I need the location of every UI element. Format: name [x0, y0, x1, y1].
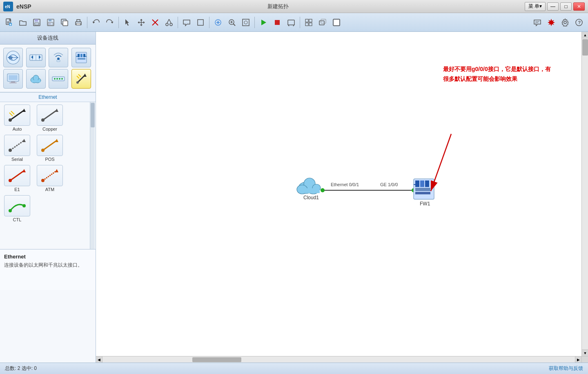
minimize-button[interactable]: —	[547, 2, 559, 11]
annotation-text: 最好不要用g0/0/0接口，它是默认接口，有 很多默认配置可能会影响效果	[443, 65, 539, 84]
sep4	[209, 17, 209, 28]
fw-node[interactable]: FW1	[414, 179, 434, 207]
device-firewall[interactable]	[71, 48, 91, 67]
cable-ctl[interactable]: CTL	[2, 195, 32, 222]
group-button[interactable]	[316, 16, 329, 29]
svg-point-62	[57, 58, 60, 60]
capture-button[interactable]	[285, 16, 298, 29]
zoom-fit-button[interactable]	[239, 16, 252, 29]
svg-marker-92	[55, 139, 58, 142]
cloud-conn-dot	[321, 188, 325, 192]
svg-point-85	[76, 81, 79, 84]
zoom-in-button[interactable]	[225, 16, 238, 29]
svg-rect-63	[57, 60, 60, 62]
cable-atm-label: ATM	[45, 187, 54, 192]
annotation-arrow	[431, 134, 451, 191]
cable-row-4: CTL	[2, 195, 93, 222]
maximize-button[interactable]: □	[560, 2, 572, 11]
new-button[interactable]	[2, 16, 16, 29]
svg-rect-65	[78, 54, 80, 57]
chat-button[interactable]	[531, 16, 544, 29]
sep2	[118, 17, 119, 28]
undo-button[interactable]	[89, 16, 102, 29]
svg-rect-45	[319, 21, 324, 25]
hscroll-right[interactable]: ▶	[575, 356, 581, 363]
menu-button[interactable]: 菜 单▾	[525, 2, 546, 11]
cloud-node[interactable]: Cloud1	[297, 178, 321, 200]
cable-serial[interactable]: Serial	[2, 135, 32, 162]
svg-point-81	[56, 78, 58, 80]
device-hub[interactable]	[49, 69, 68, 89]
window-controls: 菜 单▾ — □ ✕	[525, 2, 585, 11]
cable-scrollbar[interactable]	[90, 102, 95, 249]
cable-auto-label: Auto	[13, 127, 22, 131]
cable-pos-icon	[37, 135, 63, 156]
huawei-button[interactable]	[545, 16, 558, 29]
shape-button[interactable]	[194, 16, 207, 29]
device-wireless[interactable]	[49, 48, 68, 67]
svg-marker-84	[83, 73, 87, 77]
background-button[interactable]	[330, 16, 343, 29]
vscroll-down[interactable]: ▼	[582, 350, 588, 356]
svg-rect-15	[49, 23, 51, 24]
import-button[interactable]	[58, 16, 71, 29]
help-button[interactable]: ?	[572, 16, 586, 29]
canvas-area[interactable]: Cloud1 FW1 Ethernet 0/0/1 GE 1/0/0	[96, 32, 588, 363]
svg-rect-11	[35, 23, 39, 25]
device-switch[interactable]	[26, 48, 46, 67]
cable-pos[interactable]: POS	[35, 135, 65, 162]
cut-button[interactable]	[163, 16, 176, 29]
device-cable[interactable]	[71, 69, 91, 89]
cable-row-3: E1 ATM	[2, 165, 93, 192]
delete-button[interactable]	[149, 16, 162, 29]
svg-marker-94	[22, 169, 26, 172]
redo-button[interactable]	[103, 16, 116, 29]
vertical-scrollbar[interactable]: ▲ ▼	[581, 32, 588, 356]
status-help[interactable]: 获取帮助与反馈	[549, 365, 583, 372]
stop-button[interactable]	[271, 16, 284, 29]
svg-point-52	[564, 21, 566, 24]
play-button[interactable]	[257, 16, 270, 29]
svg-rect-26	[198, 20, 203, 25]
device-pc[interactable]	[3, 69, 23, 89]
svg-line-24	[167, 19, 169, 23]
add-device-button[interactable]	[212, 16, 225, 29]
svg-rect-37	[275, 20, 280, 25]
save-as-button[interactable]	[30, 16, 43, 29]
settings-button[interactable]	[559, 16, 572, 29]
cable-scroll-area[interactable]: Auto Copper	[0, 102, 96, 249]
statusbar: 总数: 2 选中: 0 获取帮助与反馈	[0, 363, 588, 374]
grid-button[interactable]	[302, 16, 315, 29]
device-cloud[interactable]	[26, 69, 46, 89]
cable-serial-icon	[4, 135, 30, 156]
svg-text:eN: eN	[5, 4, 10, 9]
cable-copper-icon	[37, 105, 63, 126]
select-button[interactable]	[121, 16, 134, 29]
print-button[interactable]	[72, 16, 85, 29]
svg-point-22	[166, 23, 168, 26]
cloud-if-label: Ethernet 0/0/1	[331, 182, 359, 187]
horizontal-scrollbar[interactable]: ◀ ▶	[96, 356, 581, 363]
pan-button[interactable]	[135, 16, 148, 29]
cable-ctl-icon	[4, 195, 30, 216]
svg-rect-49	[334, 20, 339, 25]
svg-line-31	[233, 24, 235, 26]
svg-rect-74	[9, 82, 17, 83]
hscroll-left[interactable]: ◀	[96, 356, 102, 363]
svg-text:Cloud1: Cloud1	[303, 195, 319, 200]
svg-rect-17	[63, 21, 68, 26]
save-button[interactable]	[44, 16, 57, 29]
cable-auto[interactable]: Auto	[2, 105, 32, 131]
svg-text:?: ?	[578, 20, 581, 25]
device-router[interactable]: R	[3, 48, 23, 67]
open-button[interactable]	[16, 16, 29, 29]
comment-button[interactable]	[180, 16, 193, 29]
cable-atm[interactable]: ATM	[35, 165, 65, 192]
close-button[interactable]: ✕	[573, 2, 585, 11]
svg-point-97	[41, 179, 45, 182]
cable-copper[interactable]: Copper	[35, 105, 65, 131]
toolbar-right: ?	[531, 16, 586, 29]
vscroll-up[interactable]: ▲	[582, 32, 588, 38]
scroll-corner	[581, 356, 588, 363]
cable-e1[interactable]: E1	[2, 165, 32, 192]
